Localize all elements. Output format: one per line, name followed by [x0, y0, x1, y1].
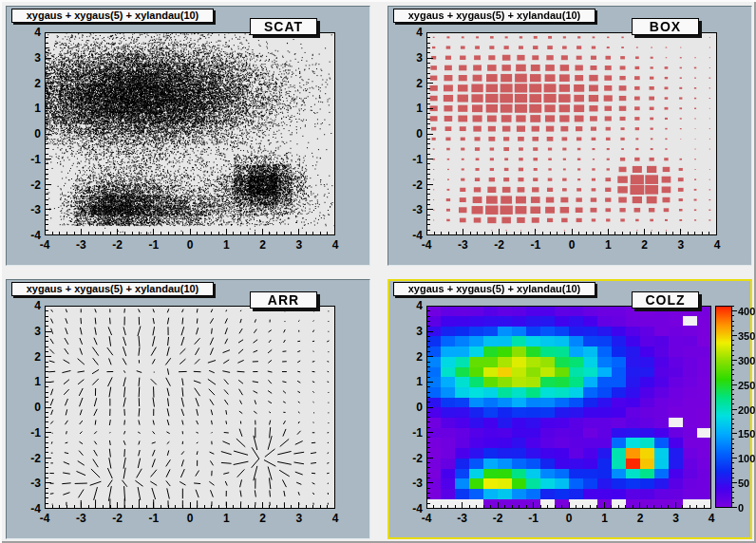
x-tick-label: 3	[295, 239, 302, 251]
palette-tick-label: 200	[738, 404, 755, 416]
x-tick-label: 0	[569, 239, 576, 251]
x-tick-label: 0	[566, 513, 573, 524]
x-tick-label: 1	[223, 239, 230, 251]
x-tick-label: -1	[530, 239, 540, 251]
box-plot-area[interactable]	[426, 32, 717, 235]
palette-tick-label: 100	[738, 453, 755, 464]
x-tick-label: 2	[259, 513, 266, 524]
x-tick-label: 1	[601, 513, 608, 524]
x-tick-label: -4	[422, 239, 432, 251]
y-tick-label: 4	[398, 300, 423, 311]
y-tick-label: -4	[398, 503, 423, 515]
pad-box[interactable]: xygaus + xygaus(5) + xylandau(10) BOX -4…	[387, 6, 752, 266]
y-tick-label: -2	[16, 179, 41, 191]
x-tick-label: 4	[709, 513, 715, 524]
y-tick-label: 3	[398, 52, 423, 64]
x-tick-label: -4	[40, 513, 50, 524]
x-tick-label: 0	[187, 239, 194, 251]
x-tick-label: -4	[422, 513, 432, 524]
palette-tick-label: 150	[738, 428, 755, 440]
y-tick-label: 4	[16, 27, 41, 38]
palette-tick-label: 250	[738, 380, 755, 391]
colz-plot-area[interactable]	[426, 306, 711, 509]
x-tick-label: -4	[40, 239, 50, 251]
x-tick-label: -3	[458, 239, 468, 251]
x-tick-label: -2	[493, 513, 503, 524]
y-tick-label: 4	[398, 27, 423, 38]
y-tick-label: -1	[398, 427, 423, 439]
y-tick-label: -3	[16, 477, 41, 489]
draw-option-label-colz[interactable]: COLZ	[632, 291, 699, 309]
y-tick-label: 2	[16, 351, 41, 363]
x-tick-label: -2	[112, 513, 123, 524]
y-tick-label: 0	[16, 402, 41, 413]
palette-tick-label: 400	[738, 306, 755, 317]
arr-plot-area[interactable]	[45, 306, 335, 509]
x-tick-label: -2	[494, 239, 504, 251]
scat-plot-area[interactable]	[45, 32, 335, 235]
y-tick-label: -1	[16, 427, 41, 439]
palette-tick-label: 50	[738, 477, 749, 489]
pad-colz[interactable]: xygaus + xygaus(5) + xylandau(10) COLZ -…	[387, 279, 752, 539]
y-tick-label: 1	[16, 376, 41, 387]
x-tick-label: 2	[259, 239, 266, 251]
histogram-title-pave[interactable]: xygaus + xygaus(5) + xylandau(10)	[11, 282, 214, 296]
x-tick-label: 4	[714, 239, 721, 251]
histogram-title: xygaus + xygaus(5) + xylandau(10)	[408, 9, 581, 21]
y-tick-label: -1	[398, 154, 423, 165]
color-palette-axis[interactable]	[715, 306, 740, 509]
pad-scat[interactable]: xygaus + xygaus(5) + xylandau(10) SCAT -…	[6, 6, 370, 266]
y-tick-label: -4	[16, 230, 41, 241]
x-tick-label: 1	[223, 513, 230, 524]
y-tick-label: 3	[16, 326, 41, 337]
y-tick-label: -2	[398, 453, 423, 464]
y-tick-label: -4	[398, 230, 423, 241]
y-tick-label: -3	[398, 204, 423, 215]
histogram-title-pave[interactable]: xygaus + xygaus(5) + xylandau(10)	[393, 9, 595, 23]
y-tick-label: 0	[16, 128, 41, 140]
x-tick-label: 4	[332, 513, 339, 524]
x-tick-label: -1	[148, 513, 159, 524]
histogram-title: xygaus + xygaus(5) + xylandau(10)	[408, 283, 581, 294]
y-tick-label: 4	[16, 300, 41, 311]
y-tick-label: -2	[16, 453, 41, 464]
x-tick-label: 1	[605, 239, 612, 251]
y-tick-label: 0	[398, 128, 423, 140]
draw-option-label-scat[interactable]: SCAT	[250, 18, 317, 35]
draw-option-label-box[interactable]: BOX	[632, 18, 699, 35]
y-tick-label: -1	[16, 154, 41, 165]
y-tick-label: -3	[398, 477, 423, 489]
x-tick-label: 2	[641, 239, 648, 251]
y-tick-label: 3	[398, 326, 423, 337]
palette-tick-label: 350	[738, 330, 755, 342]
histogram-title-pave[interactable]: xygaus + xygaus(5) + xylandau(10)	[393, 282, 595, 296]
x-tick-label: 4	[332, 239, 339, 251]
y-tick-label: -4	[16, 503, 41, 515]
y-tick-label: 1	[398, 103, 423, 114]
y-tick-label: 2	[398, 351, 423, 363]
y-tick-label: 0	[398, 402, 423, 413]
histogram-title: xygaus + xygaus(5) + xylandau(10)	[27, 9, 199, 21]
x-tick-label: 3	[295, 513, 302, 524]
x-tick-label: -1	[148, 239, 159, 251]
x-tick-label: 0	[187, 513, 194, 524]
draw-option-text: ARR	[268, 292, 299, 308]
x-tick-label: -3	[76, 239, 86, 251]
pad-arr[interactable]: xygaus + xygaus(5) + xylandau(10) ARR -4…	[6, 279, 370, 539]
histogram-title-pave[interactable]: xygaus + xygaus(5) + xylandau(10)	[11, 9, 214, 23]
histogram-title: xygaus + xygaus(5) + xylandau(10)	[27, 283, 199, 294]
x-tick-label: 3	[677, 239, 684, 251]
x-tick-label: -3	[76, 513, 86, 524]
y-tick-label: 3	[16, 52, 41, 64]
root-canvas-window: xygaus + xygaus(5) + xylandau(10) SCAT -…	[0, 0, 756, 543]
x-tick-label: -1	[528, 513, 539, 524]
y-tick-label: 1	[398, 376, 423, 387]
draw-option-label-arr[interactable]: ARR	[250, 291, 317, 309]
draw-option-text: COLZ	[645, 292, 685, 308]
y-tick-label: -2	[398, 179, 423, 191]
x-tick-label: -2	[112, 239, 123, 251]
draw-option-text: SCAT	[264, 19, 303, 34]
x-tick-label: -3	[457, 513, 467, 524]
palette-tick-label: 0	[738, 502, 744, 514]
y-tick-label: 2	[16, 78, 41, 89]
